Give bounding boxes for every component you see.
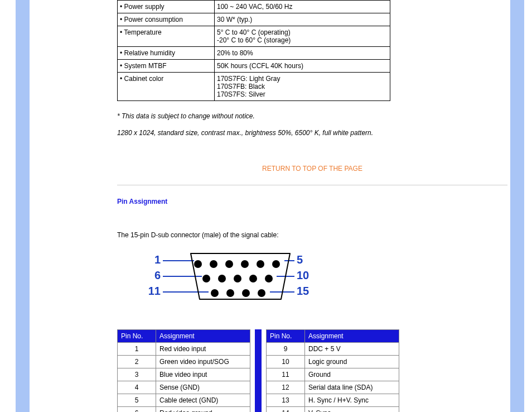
notice-text: * This data is subject to change without… [117,112,507,120]
pin-no: 10 [267,356,305,368]
pin-no: 4 [118,381,156,394]
pin-assign: Ground [305,368,399,381]
spec-label: • Power supply [118,1,215,13]
pin-label-6: 6 [145,269,161,282]
pattern-note: 1280 x 1024, standard size, contrast max… [117,129,507,137]
table-row: • Power supply 100 ~ 240 VAC, 50/60 Hz [118,1,390,13]
table-gap [262,329,266,412]
pin-assign: Blue video input [156,368,250,381]
content-area: • Power supply 100 ~ 240 VAC, 50/60 Hz •… [117,0,507,412]
spec-value: 30 W* (typ.) [215,13,390,26]
pin-dot [257,260,264,268]
pin-table-left: Pin No. Assignment 1Red video input 2Gre… [117,329,250,412]
pin-no: 14 [267,407,305,413]
pin-no: 11 [267,368,305,381]
left-stripe [16,0,30,412]
pin-no: 6 [118,407,156,413]
pin-assign: Cable detect (GND) [156,394,250,407]
pin-dot [202,275,210,282]
pin-label-5: 5 [297,253,313,266]
section-divider [117,185,507,185]
table-row: 1Red video input [118,343,250,356]
pin-dot [194,260,202,268]
pin-row [211,286,280,300]
pin-assign: DDC + 5 V [305,343,399,356]
table-row: 14V. Sync [267,407,399,413]
pin-assign: H. Sync / H+V. Sync [305,394,399,407]
spec-value: 20% to 80% [215,47,390,60]
pin-assignment-tables: Pin No. Assignment 1Red video input 2Gre… [117,329,507,412]
pin-header-no: Pin No. [267,330,305,343]
pin-header-assign: Assignment [305,330,399,343]
pin-dot [272,260,280,268]
table-row: • Relative humidity 20% to 80% [118,47,390,60]
pin-dot [242,289,250,297]
spec-value: 5° C to 40° C (operating) -20° C to 60° … [215,26,390,47]
pin-header-assign: Assignment [156,330,250,343]
spec-table: • Power supply 100 ~ 240 VAC, 50/60 Hz •… [117,0,390,101]
table-row: 9DDC + 5 V [267,343,399,356]
spec-label: • Temperature [118,26,215,47]
table-row: • Cabinet color 170S7FG: Light Gray 170S… [118,73,390,101]
pin-no: 2 [118,356,156,368]
pin-label-15: 15 [297,285,313,298]
return-to-top-link[interactable]: RETURN TO TOP OF THE PAGE [117,165,507,173]
pin-dot [210,260,217,268]
page-root: • Power supply 100 ~ 240 VAC, 50/60 Hz •… [0,0,532,412]
pin-label-11: 11 [145,285,161,298]
table-row: 2Green video input/SOG [118,356,250,368]
table-row: 5Cable detect (GND) [118,394,250,407]
table-row: • Power consumption 30 W* (typ.) [118,13,390,26]
table-row: 12Serial data line (SDA) [267,381,399,394]
pin-dot [258,289,265,297]
pin-dot [225,260,233,268]
table-row: 4Sense (GND) [118,381,250,394]
pin-assignment-title: Pin Assignment [117,198,507,205]
spec-label: • Cabinet color [118,73,215,101]
spec-value: 100 ~ 240 VAC, 50/60 Hz [215,1,390,13]
spec-label: • Relative humidity [118,47,215,60]
spec-value: 170S7FG: Light Gray 170S7FB: Black 170S7… [215,73,390,101]
pin-assign: Logic ground [305,356,399,368]
table-row: 13H. Sync / H+V. Sync [267,394,399,407]
table-row: • Temperature 5° C to 40° C (operating) … [118,26,390,47]
table-gap [250,329,255,412]
pin-no: 9 [267,343,305,356]
table-row: 10Logic ground [267,356,399,368]
pin-assign: Serial data line (SDA) [305,381,399,394]
spec-value: 50K hours (CCFL 40K hours) [215,60,390,73]
pin-assign: Red video input [156,343,250,356]
pin-row [202,271,280,286]
pin-header-no: Pin No. [118,330,156,343]
pin-desc: The 15-pin D-sub connector (male) of the… [117,231,507,239]
pin-no: 3 [118,368,156,381]
pin-label-1: 1 [145,253,161,266]
pin-assign: Green video input/SOG [156,356,250,368]
table-spacer [255,329,262,412]
pin-assign: Sense (GND) [156,381,250,394]
pin-dots [194,257,280,300]
table-row: 6Red video ground [118,407,250,413]
pin-dot [249,275,257,282]
pin-assign: Red video ground [156,407,250,413]
pin-dot [211,289,219,297]
right-stripe [510,0,524,412]
spec-label: • System MTBF [118,60,215,73]
pin-dot [226,289,234,297]
pin-no: 5 [118,394,156,407]
pin-dot [265,275,273,282]
pin-dot [241,260,249,268]
spec-label: • Power consumption [118,13,215,26]
pin-no: 1 [118,343,156,356]
pin-dot [234,275,241,282]
pin-dot [218,275,226,282]
pin-table-right: Pin No. Assignment 9DDC + 5 V 10Logic gr… [266,329,399,412]
pin-assign: V. Sync [305,407,399,413]
table-row: 11Ground [267,368,399,381]
pin-no: 12 [267,381,305,394]
table-row: • System MTBF 50K hours (CCFL 40K hours) [118,60,390,73]
table-row: 3Blue video input [118,368,250,381]
pin-row [194,257,280,271]
pin-no: 13 [267,394,305,407]
pin-label-10: 10 [297,269,313,282]
